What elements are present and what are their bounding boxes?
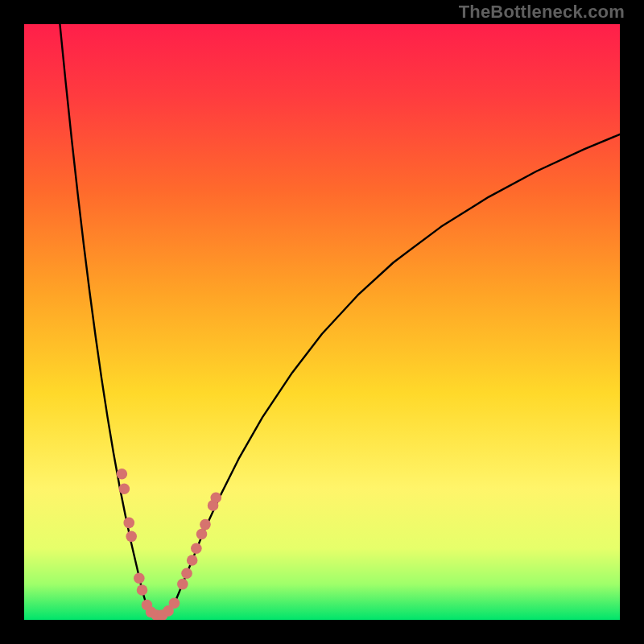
data-dot [181, 568, 192, 579]
data-dot [187, 555, 198, 566]
data-dot [123, 518, 134, 529]
data-dot [137, 584, 148, 596]
data-dot [210, 493, 221, 504]
data-dot [119, 483, 130, 494]
data-dot [169, 597, 180, 609]
data-dot [117, 469, 128, 480]
data-dot [191, 543, 202, 554]
data-dot [134, 572, 145, 584]
watermark-text: TheBottleneck.com [459, 2, 625, 23]
data-dot [200, 519, 211, 530]
plot-background [24, 24, 620, 620]
chart-svg [24, 24, 620, 620]
data-dot [126, 531, 137, 543]
data-dot [177, 579, 188, 590]
data-dot [196, 529, 208, 540]
chart-frame: TheBottleneck.com [0, 0, 644, 644]
